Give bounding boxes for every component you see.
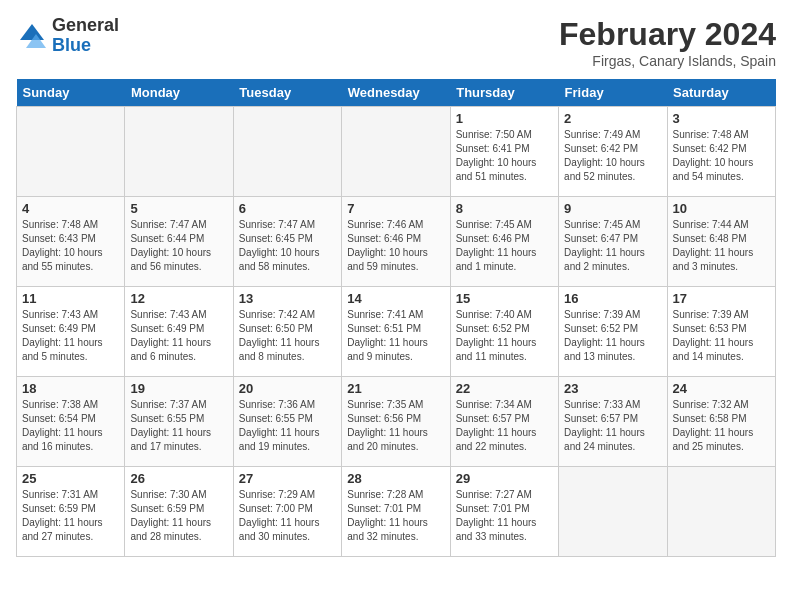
header: General Blue February 2024 Firgas, Canar… <box>16 16 776 69</box>
day-number: 3 <box>673 111 770 126</box>
calendar-cell: 20Sunrise: 7:36 AMSunset: 6:55 PMDayligh… <box>233 377 341 467</box>
day-number: 27 <box>239 471 336 486</box>
calendar-cell <box>125 107 233 197</box>
day-info: Sunrise: 7:46 AMSunset: 6:46 PMDaylight:… <box>347 218 444 274</box>
day-info: Sunrise: 7:47 AMSunset: 6:44 PMDaylight:… <box>130 218 227 274</box>
day-info: Sunrise: 7:44 AMSunset: 6:48 PMDaylight:… <box>673 218 770 274</box>
day-info: Sunrise: 7:30 AMSunset: 6:59 PMDaylight:… <box>130 488 227 544</box>
calendar-cell: 9Sunrise: 7:45 AMSunset: 6:47 PMDaylight… <box>559 197 667 287</box>
day-number: 15 <box>456 291 553 306</box>
day-info: Sunrise: 7:38 AMSunset: 6:54 PMDaylight:… <box>22 398 119 454</box>
week-row-1: 1Sunrise: 7:50 AMSunset: 6:41 PMDaylight… <box>17 107 776 197</box>
calendar-cell: 15Sunrise: 7:40 AMSunset: 6:52 PMDayligh… <box>450 287 558 377</box>
day-info: Sunrise: 7:27 AMSunset: 7:01 PMDaylight:… <box>456 488 553 544</box>
calendar-cell: 24Sunrise: 7:32 AMSunset: 6:58 PMDayligh… <box>667 377 775 467</box>
day-info: Sunrise: 7:37 AMSunset: 6:55 PMDaylight:… <box>130 398 227 454</box>
day-info: Sunrise: 7:34 AMSunset: 6:57 PMDaylight:… <box>456 398 553 454</box>
calendar-cell: 22Sunrise: 7:34 AMSunset: 6:57 PMDayligh… <box>450 377 558 467</box>
day-number: 12 <box>130 291 227 306</box>
day-number: 28 <box>347 471 444 486</box>
weekday-header-monday: Monday <box>125 79 233 107</box>
calendar-cell: 27Sunrise: 7:29 AMSunset: 7:00 PMDayligh… <box>233 467 341 557</box>
day-info: Sunrise: 7:41 AMSunset: 6:51 PMDaylight:… <box>347 308 444 364</box>
calendar-cell <box>342 107 450 197</box>
calendar-cell: 26Sunrise: 7:30 AMSunset: 6:59 PMDayligh… <box>125 467 233 557</box>
month-year-title: February 2024 <box>559 16 776 53</box>
calendar-cell: 18Sunrise: 7:38 AMSunset: 6:54 PMDayligh… <box>17 377 125 467</box>
day-info: Sunrise: 7:32 AMSunset: 6:58 PMDaylight:… <box>673 398 770 454</box>
day-number: 10 <box>673 201 770 216</box>
logo-icon <box>16 20 48 52</box>
calendar-cell <box>17 107 125 197</box>
day-number: 29 <box>456 471 553 486</box>
week-row-2: 4Sunrise: 7:48 AMSunset: 6:43 PMDaylight… <box>17 197 776 287</box>
calendar-cell: 28Sunrise: 7:28 AMSunset: 7:01 PMDayligh… <box>342 467 450 557</box>
calendar-cell: 13Sunrise: 7:42 AMSunset: 6:50 PMDayligh… <box>233 287 341 377</box>
day-info: Sunrise: 7:42 AMSunset: 6:50 PMDaylight:… <box>239 308 336 364</box>
day-number: 21 <box>347 381 444 396</box>
day-number: 23 <box>564 381 661 396</box>
day-info: Sunrise: 7:31 AMSunset: 6:59 PMDaylight:… <box>22 488 119 544</box>
logo-text: General Blue <box>52 16 119 56</box>
calendar-cell: 25Sunrise: 7:31 AMSunset: 6:59 PMDayligh… <box>17 467 125 557</box>
day-info: Sunrise: 7:43 AMSunset: 6:49 PMDaylight:… <box>130 308 227 364</box>
calendar-cell: 4Sunrise: 7:48 AMSunset: 6:43 PMDaylight… <box>17 197 125 287</box>
weekday-header-tuesday: Tuesday <box>233 79 341 107</box>
calendar-cell: 2Sunrise: 7:49 AMSunset: 6:42 PMDaylight… <box>559 107 667 197</box>
calendar-cell: 17Sunrise: 7:39 AMSunset: 6:53 PMDayligh… <box>667 287 775 377</box>
day-number: 6 <box>239 201 336 216</box>
calendar-cell: 29Sunrise: 7:27 AMSunset: 7:01 PMDayligh… <box>450 467 558 557</box>
day-info: Sunrise: 7:50 AMSunset: 6:41 PMDaylight:… <box>456 128 553 184</box>
calendar-cell: 7Sunrise: 7:46 AMSunset: 6:46 PMDaylight… <box>342 197 450 287</box>
svg-marker-0 <box>20 24 44 40</box>
day-number: 13 <box>239 291 336 306</box>
location-subtitle: Firgas, Canary Islands, Spain <box>559 53 776 69</box>
weekday-header-friday: Friday <box>559 79 667 107</box>
day-info: Sunrise: 7:36 AMSunset: 6:55 PMDaylight:… <box>239 398 336 454</box>
day-info: Sunrise: 7:40 AMSunset: 6:52 PMDaylight:… <box>456 308 553 364</box>
day-number: 7 <box>347 201 444 216</box>
calendar-cell: 8Sunrise: 7:45 AMSunset: 6:46 PMDaylight… <box>450 197 558 287</box>
week-row-3: 11Sunrise: 7:43 AMSunset: 6:49 PMDayligh… <box>17 287 776 377</box>
calendar-cell: 3Sunrise: 7:48 AMSunset: 6:42 PMDaylight… <box>667 107 775 197</box>
day-number: 8 <box>456 201 553 216</box>
day-info: Sunrise: 7:29 AMSunset: 7:00 PMDaylight:… <box>239 488 336 544</box>
calendar-cell: 19Sunrise: 7:37 AMSunset: 6:55 PMDayligh… <box>125 377 233 467</box>
calendar-cell: 1Sunrise: 7:50 AMSunset: 6:41 PMDaylight… <box>450 107 558 197</box>
day-info: Sunrise: 7:39 AMSunset: 6:52 PMDaylight:… <box>564 308 661 364</box>
calendar-cell: 5Sunrise: 7:47 AMSunset: 6:44 PMDaylight… <box>125 197 233 287</box>
day-number: 19 <box>130 381 227 396</box>
day-number: 26 <box>130 471 227 486</box>
weekday-header-thursday: Thursday <box>450 79 558 107</box>
title-section: February 2024 Firgas, Canary Islands, Sp… <box>559 16 776 69</box>
weekday-header-saturday: Saturday <box>667 79 775 107</box>
calendar-cell: 21Sunrise: 7:35 AMSunset: 6:56 PMDayligh… <box>342 377 450 467</box>
week-row-5: 25Sunrise: 7:31 AMSunset: 6:59 PMDayligh… <box>17 467 776 557</box>
day-info: Sunrise: 7:45 AMSunset: 6:46 PMDaylight:… <box>456 218 553 274</box>
weekday-header-sunday: Sunday <box>17 79 125 107</box>
day-info: Sunrise: 7:48 AMSunset: 6:42 PMDaylight:… <box>673 128 770 184</box>
calendar-cell: 12Sunrise: 7:43 AMSunset: 6:49 PMDayligh… <box>125 287 233 377</box>
calendar-cell: 10Sunrise: 7:44 AMSunset: 6:48 PMDayligh… <box>667 197 775 287</box>
day-number: 22 <box>456 381 553 396</box>
calendar-cell <box>233 107 341 197</box>
day-number: 25 <box>22 471 119 486</box>
logo: General Blue <box>16 16 119 56</box>
day-number: 11 <box>22 291 119 306</box>
day-info: Sunrise: 7:49 AMSunset: 6:42 PMDaylight:… <box>564 128 661 184</box>
calendar-cell: 14Sunrise: 7:41 AMSunset: 6:51 PMDayligh… <box>342 287 450 377</box>
weekday-header-row: SundayMondayTuesdayWednesdayThursdayFrid… <box>17 79 776 107</box>
day-number: 20 <box>239 381 336 396</box>
calendar-table: SundayMondayTuesdayWednesdayThursdayFrid… <box>16 79 776 557</box>
calendar-cell: 6Sunrise: 7:47 AMSunset: 6:45 PMDaylight… <box>233 197 341 287</box>
logo-general-text: General <box>52 16 119 36</box>
day-number: 4 <box>22 201 119 216</box>
calendar-cell: 16Sunrise: 7:39 AMSunset: 6:52 PMDayligh… <box>559 287 667 377</box>
day-number: 18 <box>22 381 119 396</box>
day-number: 9 <box>564 201 661 216</box>
day-number: 1 <box>456 111 553 126</box>
day-info: Sunrise: 7:43 AMSunset: 6:49 PMDaylight:… <box>22 308 119 364</box>
day-info: Sunrise: 7:28 AMSunset: 7:01 PMDaylight:… <box>347 488 444 544</box>
day-info: Sunrise: 7:33 AMSunset: 6:57 PMDaylight:… <box>564 398 661 454</box>
calendar-cell: 23Sunrise: 7:33 AMSunset: 6:57 PMDayligh… <box>559 377 667 467</box>
